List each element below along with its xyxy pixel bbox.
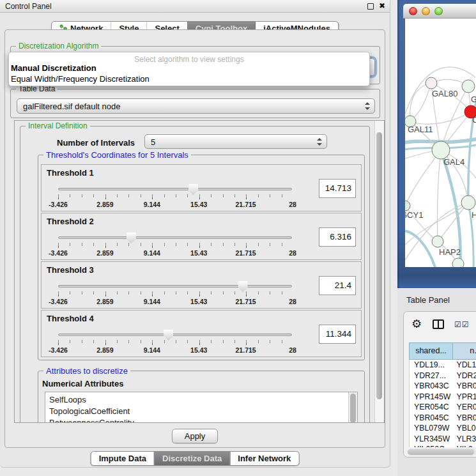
cell[interactable]: YBR043C: [410, 381, 453, 392]
threshold-4-slider[interactable]: -3.426 2.859 9.144 15.43 21.715 28: [53, 330, 297, 357]
list-scrollbar[interactable]: [348, 392, 357, 423]
list-scrollbar-thumb[interactable]: [350, 394, 356, 423]
table-data-select[interactable]: galFiltered.sif default node: [17, 98, 375, 114]
slider-thumb[interactable]: [238, 281, 248, 292]
table-horizontal-scrollbar[interactable]: [407, 449, 476, 456]
tab-impute-data[interactable]: Impute Data: [91, 452, 154, 465]
table-row[interactable]: YBR043C YBR0...: [410, 381, 476, 392]
threshold-1-value-field[interactable]: 14.713: [319, 179, 356, 198]
cell[interactable]: YIL052C: [410, 444, 453, 447]
threshold-1-label: Threshold 1: [47, 168, 94, 178]
tab-discretize-data[interactable]: Discretize Data: [154, 452, 229, 465]
cell[interactable]: YBL0...: [453, 423, 476, 434]
slider-tick-labels: -3.426 2.859 9.144 15.43 21.715 28: [58, 249, 293, 257]
node-label: GAL11: [408, 125, 433, 134]
tick-label: 28: [289, 249, 296, 257]
cell[interactable]: YBR0...: [453, 413, 476, 424]
combo-stepper-icon[interactable]: [364, 102, 370, 110]
settings-scrollbar[interactable]: [374, 121, 384, 422]
slider-thumb[interactable]: [188, 184, 198, 195]
slider-ticks: [58, 194, 293, 199]
apply-button[interactable]: Apply: [172, 429, 218, 443]
table-row[interactable]: YLR345W YLR3...: [410, 434, 476, 445]
column-header-shared-name[interactable]: shared...: [409, 342, 452, 360]
number-of-intervals-select[interactable]: 5: [144, 134, 327, 149]
node[interactable]: [452, 258, 464, 267]
threshold-2-slider[interactable]: -3.426 2.859 9.144 15.43 21.715 28: [53, 233, 297, 259]
node-gal4[interactable]: [432, 141, 450, 159]
threshold-4-panel: Threshold 4 -3.426 2.859 9.144: [41, 310, 362, 357]
float-window-icon[interactable]: [367, 3, 374, 10]
table-row[interactable]: YPR145W YPR1...: [410, 392, 476, 403]
edge: [410, 83, 431, 121]
threshold-3-slider[interactable]: -3.426 2.859 9.144 15.43 21.715 28: [53, 281, 297, 308]
table-row[interactable]: YDL19... YDL1...: [410, 360, 476, 371]
cell[interactable]: YBL079W: [410, 423, 453, 434]
cell[interactable]: YPR1...: [453, 392, 476, 403]
threshold-1-slider[interactable]: -3.426 2.859 9.144 15.43 21.715 28: [53, 184, 297, 211]
tab-discretize-data-label: Discretize Data: [162, 452, 222, 466]
combo-stepper-icon[interactable]: [316, 138, 322, 146]
table-horizontal-scrollbar-thumb[interactable]: [408, 449, 474, 455]
cell[interactable]: YLR3...: [453, 434, 476, 445]
node-label: GAL80: [432, 89, 457, 98]
cell[interactable]: YER0...: [453, 402, 476, 413]
settings-scrollbar-thumb[interactable]: [376, 132, 382, 399]
edge: [410, 112, 471, 124]
table-row[interactable]: YDR27... YDR2...: [410, 371, 476, 381]
node[interactable]: [461, 196, 475, 210]
list-item[interactable]: SelfLoops: [45, 392, 357, 406]
threshold-2-value-field[interactable]: 6.316: [319, 227, 356, 247]
threshold-4-value-field[interactable]: 11.344: [319, 325, 356, 344]
slider-track[interactable]: [58, 334, 292, 336]
dropdown-option-equal-width[interactable]: Equal Width/Frequency Discretization: [9, 73, 369, 84]
slider-thumb[interactable]: [127, 233, 136, 243]
node[interactable]: [462, 80, 475, 93]
slider-thumb[interactable]: [164, 330, 173, 341]
network-view-window: GAL80 GA C GAL11 GAL4 GCY1 H HAP2: [397, 0, 476, 288]
discretization-algorithm-legend: Discretization Algorithm: [16, 42, 101, 50]
close-icon[interactable]: ✖: [379, 1, 385, 10]
cell[interactable]: YER054C: [410, 402, 453, 413]
tab-infer-network[interactable]: Infer Network: [229, 452, 298, 465]
column-header-name[interactable]: n...: [452, 342, 476, 360]
slider-track[interactable]: [58, 188, 292, 190]
table-row[interactable]: YER054C YER0...: [410, 402, 476, 413]
cell[interactable]: YBR045C: [410, 413, 453, 424]
close-button[interactable]: [409, 7, 417, 15]
list-item[interactable]: TopologicalCoefficient: [45, 406, 357, 417]
cell[interactable]: YLR345W: [410, 434, 453, 445]
cell[interactable]: YIL0...: [453, 444, 476, 447]
list-item[interactable]: BetweennessCentrality: [45, 417, 357, 423]
cell[interactable]: YDR27...: [410, 371, 453, 381]
zoom-button[interactable]: [434, 7, 443, 15]
dropdown-option-manual[interactable]: Manual Discretization: [9, 63, 369, 73]
number-of-intervals-value: 5: [151, 137, 155, 146]
settings-scroll-area: Interval Definition Number of Intervals …: [14, 120, 385, 423]
table-row[interactable]: YBL079W YBL0...: [410, 423, 476, 434]
network-canvas[interactable]: GAL80 GA C GAL11 GAL4 GCY1 H HAP2: [405, 19, 476, 267]
node-gal80[interactable]: [426, 77, 437, 89]
cell[interactable]: YDL1...: [453, 360, 476, 371]
node-hap2[interactable]: [432, 236, 443, 247]
node-gcy1[interactable]: [405, 201, 410, 211]
cell[interactable]: YDR2...: [453, 371, 476, 381]
node-label: C: [472, 115, 476, 125]
table-row[interactable]: YIL052C YIL0...: [410, 444, 476, 447]
gear-icon[interactable]: ⚙: [411, 317, 422, 331]
table-row[interactable]: YBR045C YBR0...: [410, 413, 476, 424]
minimize-button[interactable]: [422, 7, 430, 15]
cell[interactable]: YBR0...: [453, 381, 476, 392]
threshold-3-value-field[interactable]: 21.4: [319, 276, 356, 295]
slider-track[interactable]: [58, 236, 292, 239]
cell[interactable]: YDL19...: [410, 360, 453, 371]
slider-track[interactable]: [58, 285, 292, 288]
threshold-4-label: Threshold 4: [47, 314, 94, 323]
split-view-icon[interactable]: [433, 319, 444, 329]
numerical-attributes-list: SelfLoops TopologicalCoefficient Between…: [45, 392, 358, 423]
cell[interactable]: YPR145W: [410, 392, 453, 403]
slider-ticks: [58, 243, 293, 248]
table-body: YDL19... YDL1... YDR27... YDR2... YBR043…: [409, 360, 476, 447]
node-table: shared... n... YDL19... YDL1... YDR27...…: [409, 342, 476, 447]
checkbox-columns-icon[interactable]: ☑☑: [454, 320, 470, 329]
